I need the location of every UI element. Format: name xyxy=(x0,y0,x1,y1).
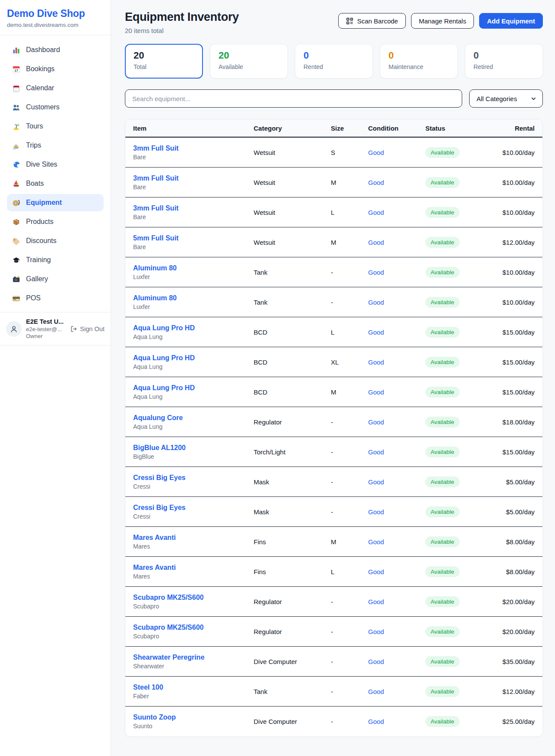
brand-block: Demo Dive Shop demo.test.divestreams.com xyxy=(0,0,111,35)
stat-card-rented[interactable]: 0 Rented xyxy=(295,44,373,79)
status-cell: Available xyxy=(425,357,493,368)
category-select[interactable]: All Categories xyxy=(469,89,543,108)
item-name-link[interactable]: Cressi Big Eyes xyxy=(133,504,254,512)
item-condition-link[interactable]: Good xyxy=(368,358,425,366)
item-condition-link[interactable]: Good xyxy=(368,598,425,605)
item-name-link[interactable]: 3mm Full Suit xyxy=(133,174,254,182)
item-name-link[interactable]: Aqua Lung Pro HD xyxy=(133,324,254,332)
stat-card-total[interactable]: 20 Total xyxy=(125,44,203,79)
package-icon xyxy=(12,218,20,226)
sidebar-item-label: Boats xyxy=(26,180,44,187)
stat-card-retired[interactable]: 0 Retired xyxy=(465,44,543,79)
item-name-link[interactable]: Aluminum 80 xyxy=(133,294,254,302)
sidebar-item-pos[interactable]: POS xyxy=(7,289,104,307)
item-category: BCD xyxy=(254,358,331,366)
item-condition-link[interactable]: Good xyxy=(368,448,425,456)
item-cell: Mares Avanti Mares xyxy=(133,564,254,580)
user-meta: E2E Test U... e2e-tester@... Owner xyxy=(26,318,65,339)
table-row: BigBlue AL1200 BigBlue Torch/Light - Goo… xyxy=(125,437,542,467)
item-name-link[interactable]: Mares Avanti xyxy=(133,564,254,572)
item-name-link[interactable]: 5mm Full Suit xyxy=(133,234,254,242)
col-header-condition: Condition xyxy=(368,125,425,132)
item-rental-rate: $15.00/day xyxy=(493,448,535,456)
item-brand: Luxfer xyxy=(133,303,254,310)
item-name-link[interactable]: Mares Avanti xyxy=(133,534,254,542)
sidebar-item-discounts[interactable]: Discounts xyxy=(7,232,104,250)
sidebar-item-dive-sites[interactable]: Dive Sites xyxy=(7,156,104,173)
sidebar-item-boats[interactable]: Boats xyxy=(7,175,104,192)
sidebar: Demo Dive Shop demo.test.divestreams.com… xyxy=(0,0,111,756)
item-name-link[interactable]: Scubapro MK25/S600 xyxy=(133,624,254,631)
item-name-link[interactable]: 3mm Full Suit xyxy=(133,145,254,152)
item-brand: Aqua Lung xyxy=(133,363,254,370)
scan-barcode-button[interactable]: Scan Barcode xyxy=(338,13,406,29)
item-condition-link[interactable]: Good xyxy=(368,418,425,426)
table-row: Scubapro MK25/S600 Scubapro Regulator - … xyxy=(125,587,542,617)
item-name-link[interactable]: Aqua Lung Pro HD xyxy=(133,354,254,362)
item-name-link[interactable]: 3mm Full Suit xyxy=(133,204,254,212)
sidebar-item-equipment[interactable]: Equipment xyxy=(7,194,104,211)
sign-out-button[interactable]: Sign Out xyxy=(70,325,104,333)
sidebar-item-bookings[interactable]: 17 Bookings xyxy=(7,60,104,78)
stat-card-available[interactable]: 20 Available xyxy=(210,44,288,79)
table-row: 3mm Full Suit Bare Wetsuit M Good Availa… xyxy=(125,168,542,197)
sidebar-item-products[interactable]: Products xyxy=(7,213,104,230)
sidebar-item-calendar[interactable]: Calendar xyxy=(7,79,104,97)
manage-rentals-button[interactable]: Manage Rentals xyxy=(411,13,474,29)
item-condition-link[interactable]: Good xyxy=(368,209,425,216)
item-condition-link[interactable]: Good xyxy=(368,568,425,575)
item-category: Tank xyxy=(254,269,331,276)
item-condition-link[interactable]: Good xyxy=(368,658,425,665)
item-condition-link[interactable]: Good xyxy=(368,149,425,156)
item-condition-link[interactable]: Good xyxy=(368,329,425,336)
add-equipment-button[interactable]: Add Equipment xyxy=(479,13,543,29)
item-size: - xyxy=(331,418,368,426)
item-name-link[interactable]: Suunto Zoop xyxy=(133,713,254,721)
item-condition-link[interactable]: Good xyxy=(368,388,425,396)
item-name-link[interactable]: Aqua Lung Pro HD xyxy=(133,384,254,392)
status-cell: Available xyxy=(425,626,493,637)
item-condition-link[interactable]: Good xyxy=(368,179,425,186)
calendar-date-icon: 17 xyxy=(12,65,20,73)
item-condition-link[interactable]: Good xyxy=(368,688,425,695)
item-cell: 3mm Full Suit Bare xyxy=(133,174,254,191)
stat-card-maintenance[interactable]: 0 Maintenance xyxy=(380,44,458,79)
sidebar-item-training[interactable]: Training xyxy=(7,251,104,269)
item-condition-link[interactable]: Good xyxy=(368,239,425,246)
item-condition-link[interactable]: Good xyxy=(368,269,425,276)
status-cell: Available xyxy=(425,447,493,457)
sidebar-item-customers[interactable]: Customers xyxy=(7,99,104,116)
sidebar-item-trips[interactable]: Trips xyxy=(7,137,104,154)
sidebar-item-tours[interactable]: Tours xyxy=(7,118,104,135)
item-condition-link[interactable]: Good xyxy=(368,628,425,635)
sidebar-item-label: Customers xyxy=(26,103,59,111)
brand-name[interactable]: Demo Dive Shop xyxy=(7,8,104,20)
status-cell: Available xyxy=(425,596,493,607)
item-name-link[interactable]: Cressi Big Eyes xyxy=(133,474,254,482)
item-rental-rate: $10.00/day xyxy=(493,149,535,156)
items-total-count: 20 items total xyxy=(125,27,239,34)
item-cell: Scubapro MK25/S600 Scubapro xyxy=(133,594,254,610)
status-badge: Available xyxy=(425,147,460,158)
item-condition-link[interactable]: Good xyxy=(368,508,425,516)
item-cell: 3mm Full Suit Bare xyxy=(133,145,254,161)
item-rental-rate: $8.00/day xyxy=(493,538,535,546)
item-category: Tank xyxy=(254,688,331,695)
item-name-link[interactable]: Shearwater Peregrine xyxy=(133,654,254,661)
sidebar-item-dashboard[interactable]: Dashboard xyxy=(7,41,104,59)
item-brand: Luxfer xyxy=(133,273,254,280)
sidebar-item-gallery[interactable]: Gallery xyxy=(7,270,104,288)
item-condition-link[interactable]: Good xyxy=(368,718,425,725)
chevron-down-icon xyxy=(530,95,537,102)
item-brand: Scubapro xyxy=(133,603,254,610)
item-name-link[interactable]: Aluminum 80 xyxy=(133,264,254,272)
item-name-link[interactable]: Steel 100 xyxy=(133,684,254,691)
search-input[interactable] xyxy=(125,89,462,108)
item-condition-link[interactable]: Good xyxy=(368,538,425,546)
item-name-link[interactable]: Scubapro MK25/S600 xyxy=(133,594,254,602)
item-name-link[interactable]: Aqualung Core xyxy=(133,414,254,422)
item-cell: Cressi Big Eyes Cressi xyxy=(133,504,254,520)
item-condition-link[interactable]: Good xyxy=(368,478,425,486)
item-condition-link[interactable]: Good xyxy=(368,299,425,306)
item-name-link[interactable]: BigBlue AL1200 xyxy=(133,444,254,452)
